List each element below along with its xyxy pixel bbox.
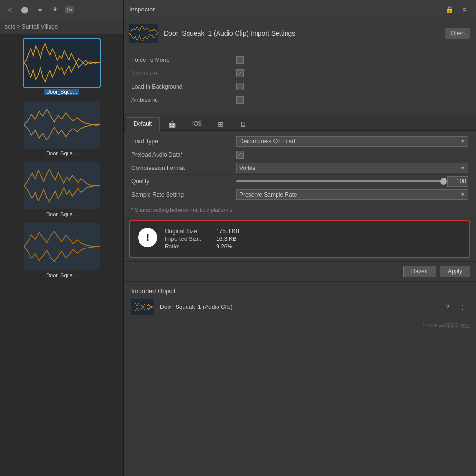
original-size-row: Original Size: 175.8 KB [165,228,239,235]
visibility-count: 25 [65,6,74,13]
circle-icon[interactable]: ⬤ [19,4,30,15]
ambisonic-label: Ambisonic [131,97,236,103]
normalize-row: Normalize [131,67,468,79]
ambisonic-checkbox[interactable] [236,96,244,104]
load-type-value: Decompress On Load ▼ [236,136,468,147]
force-to-mono-row: Force To Mono [131,54,468,66]
imported-object-name: Door_Squeak_1 (Audio Clip) [160,304,436,310]
list-item[interactable]: Door_Sque... [5,101,119,156]
tab-ios[interactable]: iOS [184,117,210,131]
load-in-background-checkbox[interactable] [236,83,244,90]
ratio-label: Ratio: [165,243,212,250]
ratio-value: 9.26% [216,243,232,250]
quality-input[interactable] [447,176,468,187]
preload-checkbox[interactable] [236,151,244,159]
sample-rate-dropdown[interactable]: Preserve Sample Rate ▼ [236,189,468,200]
compression-label: Compression Format [131,165,236,171]
preload-value [236,151,468,159]
imported-size-value: 16.3 KB [216,236,237,242]
svg-rect-3 [24,223,100,270]
preload-label: Preload Audio Data* [131,151,236,158]
list-item[interactable]: Door_Sque... [5,39,119,95]
more-icon[interactable]: ⋮ [457,301,468,313]
revert-button[interactable]: Revert [403,266,436,277]
sample-rate-value: Preserve Sample Rate ▼ [236,189,468,200]
asset-thumbnail[interactable] [24,162,100,209]
force-to-mono-label: Force To Mono [131,57,236,63]
imported-thumb [131,299,154,315]
tab-webgl[interactable]: ⊞ [210,117,232,131]
imported-size-row: Imported Size: 16.3 KB [165,236,239,242]
sample-rate-label: Sample Rate Setting [131,191,236,198]
apply-button[interactable]: Apply [440,266,470,277]
imported-section: Imported Object Door_Squeak_1 (Audio Cli… [124,281,476,320]
eye-icon[interactable]: 👁 [50,4,61,15]
left-panel: ◁ ⬤ ★ 👁 25 sets > Suntail Village Door_S… [0,0,124,476]
load-type-dropdown[interactable]: Decompress On Load ▼ [236,136,468,147]
load-type-label: Load Type [131,138,236,145]
watermark: CSDN @明天不吃鱼 [124,320,476,331]
list-item[interactable]: Door_Sque... [5,223,119,278]
help-icon[interactable]: ? [442,301,453,313]
imported-object-row: Door_Squeak_1 (Audio Clip) ? ⋮ [131,299,468,315]
shared-note: * Shared setting between multiple platfo… [124,205,476,217]
asset-thumbnail[interactable] [24,101,100,149]
quality-slider-container [236,176,468,187]
asset-grid: Door_Sque... Door_Sque... Door_Sque. [0,34,123,476]
breadcrumb: sets > Suntail Village [0,19,123,34]
compression-dropdown[interactable]: Vorbis ▼ [236,163,468,173]
svg-rect-4 [129,24,158,43]
back-icon[interactable]: ◁ [4,4,15,15]
svg-rect-2 [24,162,100,209]
asset-label: Door_Sque... [46,211,77,217]
audio-waveform-preview [129,24,158,43]
tabs-bar: Default 🤖 iOS ⊞ 🖥 [124,117,476,131]
asset-label: Door_Sque... [46,150,77,156]
preload-row: Preload Audio Data* [131,148,468,161]
lock-icon[interactable]: 🔒 [444,4,455,15]
webgl-icon: ⊞ [218,120,224,128]
menu-icon[interactable]: ≡ [459,4,470,15]
bottom-bar: Revert Apply [124,261,476,281]
star-icon[interactable]: ★ [34,4,46,15]
quality-slider-track[interactable] [236,180,444,182]
audio-clip-header: Door_Squeak_1 (Audio Clip) Import Settin… [124,19,476,48]
clip-title: Door_Squeak_1 (Audio Clip) Import Settin… [164,30,439,37]
imported-size-label: Imported Size: [165,236,212,242]
left-top-bar: ◁ ⬤ ★ 👁 25 [0,0,123,19]
sample-rate-row: Sample Rate Setting Preserve Sample Rate… [131,188,468,201]
normalize-label: Normalize [131,70,236,77]
header-icons: 🔒 ≡ [444,4,470,15]
tab-default[interactable]: Default [126,117,160,131]
quality-slider-thumb[interactable] [440,178,447,185]
compression-value: Vorbis ▼ [236,163,468,173]
info-box: ! Original Size: 175.8 KB Imported Size:… [129,220,470,258]
asset-thumbnail[interactable] [24,223,100,270]
android-icon: 🤖 [168,120,176,128]
chevron-down-icon: ▼ [460,192,465,197]
inspector-content: Door_Squeak_1 (Audio Clip) Import Settin… [124,19,476,476]
basic-settings: Force To Mono Normalize Load In Backgrou… [124,48,476,113]
asset-thumbnail[interactable] [24,39,100,87]
load-in-background-label: Load In Background [131,83,236,90]
right-panel: Inspector 🔒 ≡ Door_Squeak_1 (Audio Clip)… [124,0,476,476]
tab-android[interactable]: 🤖 [160,117,184,131]
open-button[interactable]: Open [445,28,470,39]
info-content: Original Size: 175.8 KB Imported Size: 1… [165,228,239,250]
quality-label: Quality [131,178,236,185]
compression-row: Compression Format Vorbis ▼ [131,161,468,175]
imported-section-title: Imported Object [131,288,468,295]
list-item[interactable]: Door_Sque... [5,162,119,217]
quality-row: Quality [131,175,468,188]
asset-label: Door_Sque... [44,89,79,95]
load-in-background-row: Load In Background [131,80,468,93]
chevron-down-icon: ▼ [460,165,465,170]
inspector-header: Inspector 🔒 ≡ [124,0,476,19]
normalize-checkbox[interactable] [236,69,244,77]
force-to-mono-checkbox[interactable] [236,56,244,64]
load-type-row: Load Type Decompress On Load ▼ [131,135,468,148]
svg-rect-1 [24,101,100,149]
tab-desktop[interactable]: 🖥 [232,117,255,131]
platform-settings: Load Type Decompress On Load ▼ Preload A… [124,131,476,205]
chevron-down-icon: ▼ [460,139,465,144]
